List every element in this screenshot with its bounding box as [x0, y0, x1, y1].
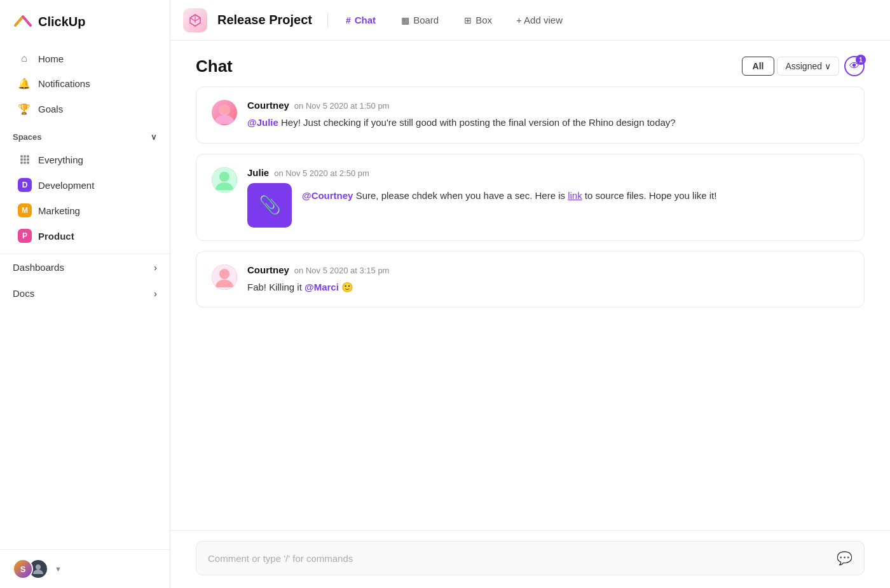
chat-title: Chat	[196, 57, 233, 76]
tab-chat[interactable]: # Chat	[338, 11, 383, 29]
sidebar-item-product[interactable]: P Product	[5, 224, 165, 248]
svg-point-6	[20, 161, 23, 164]
svg-point-1	[24, 155, 26, 158]
sidebar-nav: ⌂ Home 🔔 Notifications 🏆 Goals	[0, 43, 170, 125]
sidebar-item-home-label: Home	[38, 53, 64, 64]
tab-board[interactable]: ▦ Board	[394, 11, 446, 29]
comment-icon: 💬	[837, 550, 852, 566]
sidebar-item-product-label: Product	[38, 231, 74, 242]
chevron-down-icon-filter: ∨	[825, 61, 831, 71]
message-2-time: on Nov 5 2020 at 2:50 pm	[274, 168, 369, 178]
message-2-body: Sure, please chdek when you have a sec. …	[353, 190, 568, 201]
message-3-emoji: 🙂	[341, 282, 353, 292]
chat-header: Chat All Assigned ∨ 👁 1	[170, 41, 890, 86]
svg-point-8	[27, 161, 29, 164]
mention-julie[interactable]: @Julie	[247, 117, 278, 128]
filter-all-button[interactable]: All	[742, 57, 775, 76]
message-2-text: @Courtney Sure, please chdek when you ha…	[302, 183, 716, 203]
sidebar-item-dashboards[interactable]: Dashboards ›	[0, 254, 170, 280]
spaces-label: Spaces	[13, 132, 42, 142]
message-link[interactable]: link	[568, 190, 582, 201]
svg-point-15	[219, 269, 229, 279]
avatar-user1: S	[13, 559, 33, 579]
message-3-content: Courtney on Nov 5 2020 at 3:15 pm Fab! K…	[247, 264, 849, 295]
filter-assigned-dropdown[interactable]: Assigned ∨	[777, 57, 839, 76]
sidebar-item-goals[interactable]: 🏆 Goals	[5, 97, 165, 121]
board-icon: ▦	[401, 15, 409, 25]
development-badge: D	[18, 178, 32, 192]
chevron-down-icon: ∨	[151, 132, 157, 142]
chat-filters: All Assigned ∨	[742, 57, 839, 76]
sidebar-item-home[interactable]: ⌂ Home	[5, 46, 165, 71]
sidebar-item-notifications[interactable]: 🔔 Notifications	[5, 71, 165, 96]
sidebar: ClickUp ⌂ Home 🔔 Notifications 🏆 Goals S…	[0, 0, 170, 588]
svg-point-9	[36, 564, 41, 570]
logo-text: ClickUp	[38, 15, 85, 29]
watch-badge: 1	[856, 55, 866, 65]
message-1-content: Courtney on Nov 5 2020 at 1:50 pm @Julie…	[247, 100, 849, 130]
sidebar-sections: Dashboards › Docs ›	[0, 254, 170, 306]
message-1-time: on Nov 5 2020 at 1:50 pm	[294, 101, 390, 111]
add-view-button[interactable]: + Add view	[510, 11, 569, 29]
message-2-content: Julie on Nov 5 2020 at 2:50 pm 📎 @Courtn…	[247, 167, 849, 228]
sidebar-item-everything[interactable]: Everything	[5, 147, 165, 172]
bell-icon: 🔔	[18, 78, 31, 90]
svg-point-11	[219, 104, 229, 114]
sidebar-item-marketing-label: Marketing	[38, 205, 80, 216]
message-2-body-after: to source files. Hope you like it!	[582, 190, 717, 201]
product-badge: P	[18, 229, 32, 243]
message-2-author: Julie	[247, 167, 269, 178]
message-card-3: Courtney on Nov 5 2020 at 3:15 pm Fab! K…	[196, 251, 865, 308]
divider	[327, 13, 328, 28]
chevron-right-icon-2: ›	[154, 288, 157, 299]
message-1-header: Courtney on Nov 5 2020 at 1:50 pm	[247, 100, 849, 111]
sidebar-item-development[interactable]: D Development	[5, 173, 165, 197]
comment-input-wrapper[interactable]: Comment or type '/' for commands 💬	[196, 541, 865, 575]
message-1-body: Hey! Just checking if you're still good …	[278, 117, 676, 128]
mention-marci[interactable]: @Marci	[305, 282, 339, 292]
sidebar-item-goals-label: Goals	[38, 104, 63, 114]
svg-point-2	[27, 155, 29, 158]
message-3-before-mention: Fab! Killing it	[247, 282, 305, 292]
message-1-author: Courtney	[247, 100, 289, 111]
mention-courtney[interactable]: @Courtney	[302, 190, 353, 201]
tab-chat-label: Chat	[355, 15, 376, 25]
clickup-logo-icon	[13, 11, 33, 32]
sidebar-item-marketing[interactable]: M Marketing	[5, 198, 165, 222]
attachment-icon[interactable]: 📎	[247, 183, 292, 228]
docs-label: Docs	[13, 288, 34, 299]
message-card-2: Julie on Nov 5 2020 at 2:50 pm 📎 @Courtn…	[196, 154, 865, 241]
project-title: Release Project	[217, 13, 312, 27]
spaces-header[interactable]: Spaces ∨	[0, 125, 170, 147]
marketing-badge: M	[18, 203, 32, 217]
footer-dropdown-icon[interactable]: ▼	[55, 565, 62, 573]
message-3-text: Fab! Killing it @Marci 🙂	[247, 280, 849, 295]
message-2-header: Julie on Nov 5 2020 at 2:50 pm	[247, 167, 849, 178]
hash-icon: #	[346, 15, 351, 25]
project-icon	[183, 8, 207, 32]
trophy-icon: 🏆	[18, 103, 31, 115]
filter-assigned-label: Assigned	[785, 61, 822, 71]
avatar-julie	[212, 167, 237, 193]
svg-point-5	[27, 158, 29, 161]
tab-box-label: Box	[476, 15, 492, 25]
message-3-author: Courtney	[247, 264, 289, 275]
svg-point-4	[24, 158, 26, 161]
svg-point-0	[20, 155, 23, 158]
logo: ClickUp	[0, 0, 170, 43]
message-3-time: on Nov 5 2020 at 3:15 pm	[294, 266, 390, 275]
watch-button[interactable]: 👁 1	[844, 56, 865, 76]
avatar-courtney	[212, 100, 237, 125]
svg-point-13	[219, 172, 229, 182]
svg-point-3	[20, 158, 23, 161]
sidebar-item-notifications-label: Notifications	[38, 78, 90, 89]
main-content: Release Project # Chat ▦ Board ⊞ Box + A…	[170, 0, 890, 588]
sidebar-item-development-label: Development	[38, 180, 94, 191]
home-icon: ⌂	[18, 53, 31, 64]
sidebar-item-docs[interactable]: Docs ›	[0, 280, 170, 306]
tab-box[interactable]: ⊞ Box	[456, 11, 500, 29]
message-1-text: @Julie Hey! Just checking if you're stil…	[247, 116, 849, 130]
sidebar-item-everything-label: Everything	[38, 154, 83, 165]
sidebar-footer[interactable]: S ▼	[0, 549, 170, 588]
grid-icon	[18, 153, 32, 167]
